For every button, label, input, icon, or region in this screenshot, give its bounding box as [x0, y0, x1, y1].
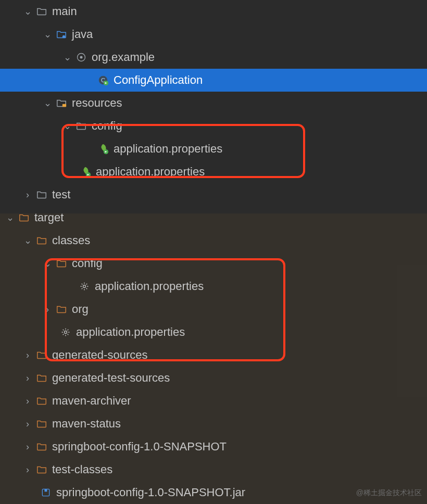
excluded-folder-icon [35, 418, 48, 430]
tree-label: target [34, 211, 64, 224]
tree-class-configapplication[interactable]: C ConfigApplication [0, 69, 427, 92]
archive-icon [40, 486, 52, 499]
tree-label: maven-status [52, 417, 121, 431]
chevron-down-icon: ⌄ [5, 212, 15, 223]
tree-label: test-classes [52, 463, 112, 476]
chevron-down-icon: ⌄ [43, 97, 52, 109]
tree-folder-main[interactable]: ⌄ main [0, 0, 427, 23]
chevron-right-icon: › [43, 304, 52, 315]
spring-config-icon [97, 143, 109, 155]
chevron-right-icon: › [23, 350, 32, 361]
tree-label: generated-sources [52, 348, 147, 362]
svg-point-2 [80, 56, 83, 59]
tree-label: config [92, 119, 122, 133]
tree-folder-generated-test-sources[interactable]: › generated-test-sources [0, 367, 427, 389]
excluded-folder-icon [55, 257, 68, 270]
folder-icon [35, 5, 48, 18]
tree-label: resources [72, 96, 122, 110]
tree-label: ConfigApplication [114, 73, 203, 87]
excluded-folder-icon [35, 372, 48, 384]
resources-folder-icon [55, 97, 68, 109]
svg-rect-12 [45, 489, 47, 492]
chevron-right-icon: › [23, 442, 32, 452]
tree-folder-config[interactable]: ⌄ config [0, 115, 427, 137]
tree-folder-test[interactable]: › test [0, 183, 427, 206]
tree-label: java [72, 28, 93, 41]
tree-label: application.properties [95, 280, 204, 293]
tree-file-application-properties-3[interactable]: application.properties [0, 275, 427, 298]
chevron-down-icon: ⌄ [62, 52, 72, 63]
excluded-folder-icon [35, 349, 48, 361]
chevron-right-icon: › [23, 373, 32, 384]
excluded-folder-icon [35, 234, 48, 247]
tree-label: application.properties [96, 165, 205, 179]
class-run-icon: C [97, 74, 109, 86]
gear-icon [59, 326, 72, 338]
tree-folder-target[interactable]: ⌄ target [0, 206, 427, 229]
chevron-right-icon: › [23, 464, 32, 475]
excluded-folder-icon [18, 211, 30, 224]
tree-folder-snapshot[interactable]: › springboot-config-1.0-SNAPSHOT [0, 435, 427, 458]
tree-label: org.example [92, 51, 155, 64]
tree-file-application-properties-1[interactable]: application.properties [0, 137, 427, 160]
tree-label: main [52, 5, 77, 18]
tree-label: classes [52, 234, 90, 247]
tree-package[interactable]: ⌄ org.example [0, 46, 427, 69]
excluded-folder-icon [35, 463, 48, 476]
tree-file-application-properties-4[interactable]: application.properties [0, 321, 427, 344]
tree-folder-test-classes[interactable]: › test-classes [0, 458, 427, 481]
tree-label: org [72, 303, 89, 316]
tree-label: test [52, 188, 70, 201]
folder-icon [35, 188, 48, 201]
chevron-down-icon: ⌄ [43, 29, 52, 40]
chevron-down-icon: ⌄ [62, 120, 72, 132]
tree-folder-classes-config[interactable]: ⌄ config [0, 252, 427, 275]
chevron-down-icon: ⌄ [43, 258, 52, 269]
excluded-folder-icon [35, 395, 48, 407]
chevron-right-icon: › [23, 396, 32, 407]
svg-point-9 [83, 285, 86, 288]
chevron-right-icon: › [23, 190, 32, 200]
tree-label: config [72, 257, 103, 270]
tree-folder-classes-org[interactable]: › org [0, 298, 427, 321]
svg-point-10 [65, 331, 67, 334]
tree-folder-classes[interactable]: ⌄ classes [0, 229, 427, 252]
watermark: @稀土掘金技术社区 [356, 488, 422, 498]
tree-folder-maven-status[interactable]: › maven-status [0, 412, 427, 435]
tree-label: springboot-config-1.0-SNAPSHOT.jar [56, 486, 245, 499]
tree-label: application.properties [114, 142, 222, 156]
tree-folder-generated-sources[interactable]: › generated-sources [0, 344, 427, 367]
folder-icon [75, 120, 87, 132]
tree-folder-maven-archiver[interactable]: › maven-archiver [0, 389, 427, 412]
svg-rect-6 [62, 104, 66, 107]
svg-point-0 [62, 35, 66, 39]
gear-icon [78, 280, 91, 293]
tree-folder-resources[interactable]: ⌄ resources [0, 92, 427, 115]
tree-label: application.properties [76, 325, 185, 339]
chevron-down-icon: ⌄ [23, 235, 32, 246]
source-folder-icon [55, 28, 68, 41]
package-icon [75, 51, 87, 64]
tree-file-application-properties-2[interactable]: application.properties [0, 160, 427, 183]
tree-folder-java[interactable]: ⌄ java [0, 23, 427, 46]
project-tree: ⌄ main ⌄ java ⌄ org.example C ConfigAppl… [0, 0, 427, 504]
excluded-folder-icon [55, 303, 68, 316]
spring-config-icon [79, 166, 92, 178]
excluded-folder-icon [35, 440, 48, 453]
chevron-down-icon: ⌄ [23, 6, 32, 17]
tree-label: maven-archiver [52, 394, 131, 408]
chevron-right-icon: › [23, 419, 32, 430]
tree-label: generated-test-sources [52, 371, 170, 385]
tree-label: springboot-config-1.0-SNAPSHOT [52, 440, 227, 453]
